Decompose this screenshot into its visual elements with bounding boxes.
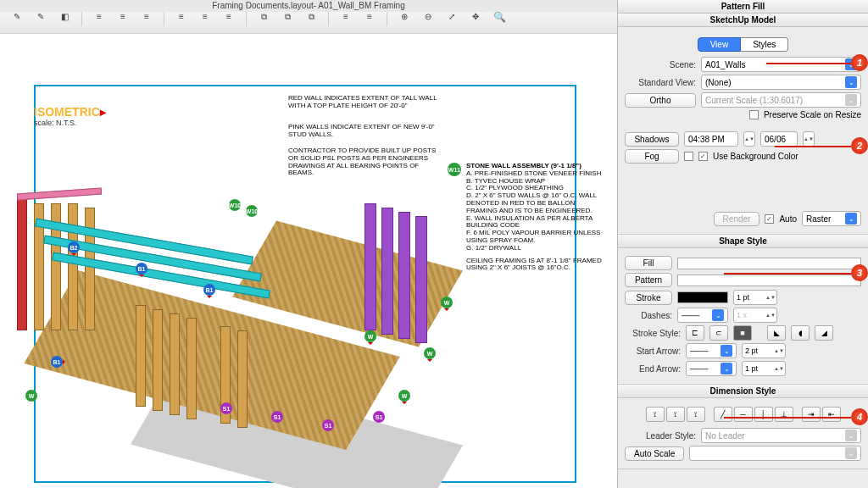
dim-text-below-icon[interactable]: ⟟ <box>687 407 705 422</box>
marker-s1: S1 <box>373 411 385 423</box>
scene-label: Scene: <box>625 60 696 69</box>
annotation-2: 2 <box>851 137 868 154</box>
end-arrow-label: End Arrow: <box>625 364 681 374</box>
marker-w10: W10 <box>246 205 258 217</box>
stroke-swatch[interactable] <box>677 291 728 303</box>
dim-align-icon[interactable]: ╱ <box>714 407 732 422</box>
dim-horizontal-icon[interactable]: ─ <box>734 407 753 422</box>
stroke-join-miter-icon[interactable]: ◣ <box>767 325 786 341</box>
tab-styles[interactable]: Styles <box>741 37 788 52</box>
date-stepper[interactable]: ▲▼ <box>803 131 815 147</box>
marker-s1: S1 <box>271 411 283 423</box>
marker-b1: B1 <box>136 263 147 274</box>
pattern-fill-title: Pattern Fill <box>618 0 868 14</box>
dim-vertical-icon[interactable]: │ <box>754 407 773 422</box>
leader-style-label: Leader Style: <box>625 431 696 441</box>
fog-button[interactable]: Fog <box>625 149 679 164</box>
stroke-join-bevel-icon[interactable]: ◢ <box>815 325 833 341</box>
stroke-button[interactable]: Stroke <box>625 291 672 305</box>
use-bg-label: Use Background Color <box>713 152 798 161</box>
fill-button[interactable]: Fill <box>625 256 672 270</box>
render-button[interactable]: Render <box>714 212 760 226</box>
marker-b2: B2 <box>68 241 80 253</box>
dim-perp-icon[interactable]: ⊥ <box>775 407 793 422</box>
stroke-join-round-icon[interactable]: ◖ <box>791 325 810 341</box>
auto-render-checkbox[interactable]: ✓ <box>765 214 774 224</box>
dim-text-center-icon[interactable]: ⟟ <box>666 407 685 422</box>
end-arrow-size-stepper[interactable]: 1 pt▲▼ <box>742 361 786 376</box>
marker-w: W <box>364 330 376 342</box>
auto-scale-button[interactable]: Auto Scale <box>625 446 684 461</box>
dashes-label: Dashes: <box>625 311 672 320</box>
leader-style-select[interactable]: No Leader⌄ <box>701 428 861 443</box>
note-line: G. 1/2" DRYWALL <box>466 245 602 252</box>
marker-w: W <box>441 297 453 308</box>
ortho-button[interactable]: Ortho <box>625 93 696 108</box>
pattern-button[interactable]: Pattern <box>625 273 672 287</box>
shadow-time-field[interactable]: 04:38 PM <box>684 131 738 147</box>
fog-color-swatch[interactable] <box>684 152 693 161</box>
marker-b1: B1 <box>51 356 63 368</box>
scale-label: scale: N.T.S. <box>34 119 77 127</box>
start-arrow-size-stepper[interactable]: 2 pt▲▼ <box>742 343 786 358</box>
note-line: E. WALL INSULATION AS PER ALBERTA BUILDI… <box>466 215 602 230</box>
preserve-scale-checkbox[interactable] <box>749 110 759 119</box>
sketchup-model-title: SketchUp Model <box>618 14 868 27</box>
shadows-button[interactable]: Shadows <box>625 132 679 147</box>
note-red-wall: RED WALL INDICATES EXTENT OF TALL WALL W… <box>288 95 441 110</box>
render-mode-select[interactable]: Raster⌄ <box>802 211 861 226</box>
annotation-line <box>724 273 851 274</box>
annotation-line <box>766 63 851 64</box>
note-line: F. 6 MIL POLY VAPOUR BARRIER UNLESS USIN… <box>466 230 602 245</box>
note-stone-assembly: STONE WALL ASSEMBLY (9'-1 1/8") A. PRE-F… <box>466 163 602 272</box>
tab-view[interactable]: View <box>698 37 742 52</box>
shadow-date-field[interactable]: 06/06 <box>760 131 798 147</box>
pattern-swatch[interactable] <box>677 274 861 286</box>
shape-style-section: Fill Pattern Stroke 1 pt▲▼ Dashes: ───⌄ … <box>618 248 868 385</box>
inspector-panel: Pattern Fill SketchUp Model View Styles … <box>617 0 868 488</box>
stroke-style-label: Stroke Style: <box>625 329 681 338</box>
marker-w: W <box>25 390 37 402</box>
start-arrow-select[interactable]: ───⌄ <box>686 343 737 358</box>
stroke-cap-flat-icon[interactable]: ⊏ <box>686 325 704 341</box>
annotation-line <box>724 417 851 419</box>
annotation-3: 3 <box>851 264 868 281</box>
preserve-scale-label: Preserve Scale on Resize <box>764 110 861 119</box>
note-line: D. 2" X 6" STUD WALLS @ 16" O.C. WALL DE… <box>466 192 602 214</box>
dashes-select[interactable]: ───⌄ <box>677 308 728 323</box>
start-arrow-label: Start Arrow: <box>625 347 681 356</box>
annotation-4: 4 <box>851 408 868 425</box>
marker-w: W <box>424 347 436 359</box>
dimension-style-section: ⟟ ⟟ ⟟ ╱ ─ │ ⊥ ⇥ ⇤ Leader Style: No Leade… <box>618 398 868 469</box>
end-arrow-select[interactable]: ───⌄ <box>686 361 737 376</box>
fill-swatch[interactable] <box>677 258 861 269</box>
standard-view-label: Standard View: <box>625 78 696 87</box>
drawing-canvas[interactable]: ISOMETRIC▸ scale: N.T.S. RED WALL INDICA… <box>0 34 617 488</box>
dim-gap-icon[interactable]: ⇤ <box>822 407 841 422</box>
window-title: Framing Documents.layout- A01_Wall_BM Fr… <box>0 0 617 12</box>
use-bg-checkbox[interactable]: ✓ <box>698 152 708 161</box>
annotation-1: 1 <box>851 54 868 71</box>
dimension-style-title: Dimension Style <box>618 385 868 398</box>
framing-model: B2 B1 B1 B1 W10 W10 W W W W W S1 S1 S1 S… <box>0 136 475 488</box>
stroke-cap-square-icon[interactable]: ■ <box>733 325 752 341</box>
shape-style-title: Shape Style <box>618 235 868 248</box>
marker-w: W <box>398 390 410 402</box>
dash-scale-stepper[interactable]: 1 x▲▼ <box>733 308 777 323</box>
marker-b1: B1 <box>203 284 215 296</box>
scale-select[interactable]: Current Scale (1:30.6017)⌄ <box>701 92 861 108</box>
scene-select[interactable]: A01_Walls⌄ <box>701 57 861 72</box>
dim-offset-icon[interactable]: ⇥ <box>802 407 821 422</box>
dim-text-above-icon[interactable]: ⟟ <box>646 407 665 422</box>
stroke-width-stepper[interactable]: 1 pt▲▼ <box>733 290 777 305</box>
note-line: CEILING FRAMING IS AT 8'-1 1/8" FRAMED U… <box>466 258 602 273</box>
dim-scale-select[interactable]: ⌄ <box>689 446 861 461</box>
isometric-label: ISOMETRIC▸ <box>34 105 106 119</box>
marker-w10: W10 <box>229 199 241 211</box>
time-stepper[interactable]: ▲▼ <box>743 131 755 147</box>
stroke-cap-round-icon[interactable]: ⊂ <box>709 325 728 341</box>
marker-s1: S1 <box>322 419 334 431</box>
marker-s1: S1 <box>220 402 232 414</box>
view-styles-tabs: View Styles <box>625 37 861 52</box>
standard-view-select[interactable]: (None)⌄ <box>701 75 861 90</box>
